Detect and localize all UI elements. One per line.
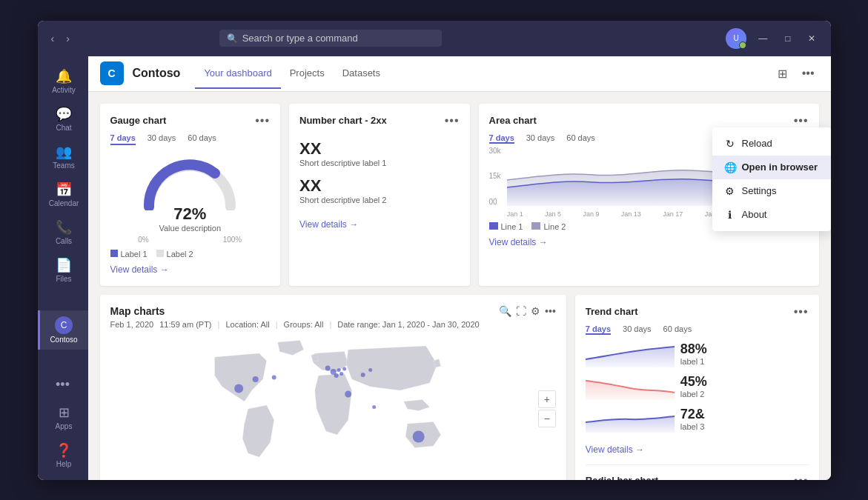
sidebar-item-contoso[interactable]: C Contoso — [38, 310, 88, 350]
trend-more-button[interactable]: ••• — [794, 305, 809, 319]
titlebar-actions: U — □ ✕ — [726, 28, 821, 49]
number-more-button[interactable]: ••• — [445, 114, 460, 127]
trend-tab-30days[interactable]: 30 days — [623, 324, 652, 335]
context-menu: ↻ Reload 🌐 Open in browser ⚙ Settings ℹ … — [712, 127, 831, 231]
number-view-details[interactable]: View details → — [299, 219, 358, 230]
trend-item-2-values: 45% label 2 — [680, 374, 707, 399]
trend-tab-60days[interactable]: 60 days — [663, 324, 692, 335]
map-svg-container: + − — [110, 335, 556, 480]
sidebar-item-label: Calls — [56, 237, 72, 245]
logo-text: C — [107, 67, 115, 79]
legend-block-1 — [489, 222, 498, 230]
map-more-button[interactable]: ••• — [545, 305, 556, 317]
number-entry-2: XX Short descriptive label 2 — [299, 176, 460, 204]
area-view-details[interactable]: View details → — [489, 237, 548, 247]
trend-value-1: 88% — [680, 341, 707, 357]
area-chart-title: Area chart ••• — [489, 114, 809, 127]
search-bar[interactable]: 🔍 Search or type a command — [219, 30, 442, 47]
tab-projects[interactable]: Projects — [281, 59, 334, 89]
context-menu-settings[interactable]: ⚙ Settings — [712, 179, 831, 203]
trend-chart-title: Trend chart ••• — [586, 305, 809, 319]
about-label: About — [742, 209, 767, 220]
gauge-more-button[interactable]: ••• — [255, 114, 270, 127]
trend-label-1: label 1 — [680, 357, 707, 366]
number-value-2: XX — [299, 176, 460, 196]
gauge-legend: Label 1 Label 2 — [110, 250, 271, 259]
context-menu-open-browser[interactable]: 🌐 Open in browser — [712, 156, 831, 179]
close-button[interactable]: ✕ — [802, 32, 821, 45]
context-menu-reload[interactable]: ↻ Reload — [712, 132, 831, 156]
area-tab-30days[interactable]: 30 days — [526, 133, 555, 144]
sidebar-item-help[interactable]: ❓ Help — [38, 436, 88, 474]
help-icon: ❓ — [56, 442, 72, 459]
trend-label-3: label 3 — [680, 422, 705, 431]
avatar[interactable]: U — [726, 28, 746, 49]
back-button[interactable]: ‹ — [47, 30, 59, 47]
minimize-button[interactable]: — — [752, 32, 773, 45]
charts-row-top: Gauge chart ••• 7 days 30 days 60 days — [100, 104, 819, 286]
tab-datasets[interactable]: Datasets — [334, 59, 389, 89]
open-browser-label: Open in browser — [742, 161, 818, 173]
trend-item-1-values: 88% label 1 — [680, 341, 707, 366]
open-in-browser-button[interactable]: ⊞ — [773, 64, 792, 84]
legend-dot-2 — [156, 250, 164, 257]
area-tab-60days[interactable]: 60 days — [566, 133, 595, 144]
trend-tab-7days[interactable]: 7 days — [586, 324, 611, 335]
trend-item-2-header: 45% label 2 — [586, 373, 809, 400]
sidebar-more-button[interactable]: ••• — [50, 371, 76, 399]
gauge-container: 72% Value description 0% 100% — [110, 151, 271, 244]
gauge-view-details[interactable]: View details → — [110, 264, 169, 275]
map-bubble-12 — [368, 368, 372, 372]
tab-dashboard[interactable]: Your dashboard — [195, 59, 280, 89]
area-legend-1: Line 1 — [489, 222, 523, 231]
sidebar-item-teams[interactable]: 👥 Teams — [38, 138, 88, 176]
gauge-value: 72% — [173, 204, 206, 224]
zoom-out-button[interactable]: − — [538, 410, 556, 427]
map-bubble-1 — [234, 384, 243, 393]
sidebar-item-apps[interactable]: ⊞ Apps — [38, 399, 88, 436]
trend-item-3: 72& label 3 — [586, 406, 809, 433]
titlebar-nav: ‹ › — [47, 30, 74, 47]
context-menu-about[interactable]: ℹ About — [712, 203, 831, 227]
number-chart-title: Number chart - 2xx ••• — [299, 114, 460, 127]
area-tab-7days[interactable]: 7 days — [489, 133, 514, 144]
topbar: C Contoso Your dashboard Projects Datase… — [88, 56, 831, 92]
search-icon: 🔍 — [227, 33, 238, 44]
map-chart-card: Map charts 🔍 ⛶ ⚙ ••• Feb 1, 2020 11:59 a… — [100, 295, 566, 480]
radial-more-button[interactable]: ••• — [794, 474, 809, 480]
gauge-scale-min: 0% — [138, 236, 148, 244]
sidebar-item-calendar[interactable]: 📅 Calendar — [38, 176, 88, 213]
forward-button[interactable]: › — [62, 30, 74, 47]
map-daterange: Date range: Jan 1, 2020 - Jan 30, 2020 — [337, 320, 479, 329]
sidebar-item-calls[interactable]: 📞 Calls — [38, 213, 88, 251]
zoom-in-button[interactable]: + — [538, 390, 556, 408]
sidebar-item-activity[interactable]: 🔔 Activity — [38, 62, 88, 100]
map-settings-button[interactable]: ⚙ — [531, 305, 540, 317]
trend-tabs: 7 days 30 days 60 days — [586, 324, 809, 335]
more-options-button[interactable]: ••• — [798, 64, 819, 83]
reload-icon: ↻ — [724, 138, 736, 150]
gauge-tab-30days[interactable]: 30 days — [148, 133, 176, 145]
app-name: Contoso — [133, 67, 181, 80]
map-search-button[interactable]: 🔍 — [499, 305, 511, 317]
legend-block-2 — [531, 222, 540, 230]
map-bubble-10 — [360, 373, 365, 377]
restore-button[interactable]: □ — [779, 32, 796, 45]
map-expand-button[interactable]: ⛶ — [516, 305, 526, 317]
apps-icon: ⊞ — [59, 404, 70, 421]
map-bubble-9 — [342, 367, 346, 370]
map-bubble-3 — [271, 375, 276, 379]
about-icon: ℹ — [724, 209, 736, 221]
gauge-tab-7days[interactable]: 7 days — [110, 133, 136, 145]
sidebar-item-files[interactable]: 📄 Files — [38, 251, 88, 289]
number-label-1: Short descriptive label 1 — [299, 159, 460, 167]
area-more-button[interactable]: ••• — [794, 114, 809, 127]
trend-view-details[interactable]: View details → — [586, 444, 644, 455]
titlebar: ‹ › 🔍 Search or type a command U — □ ✕ — [38, 21, 831, 56]
activity-icon: 🔔 — [56, 68, 72, 84]
map-location: Location: All — [225, 320, 269, 329]
gauge-legend-2: Label 2 — [156, 250, 193, 259]
gauge-tab-60days[interactable]: 60 days — [188, 133, 216, 145]
sidebar-item-chat[interactable]: 💬 Chat — [38, 100, 88, 138]
open-browser-icon: 🌐 — [724, 161, 736, 173]
